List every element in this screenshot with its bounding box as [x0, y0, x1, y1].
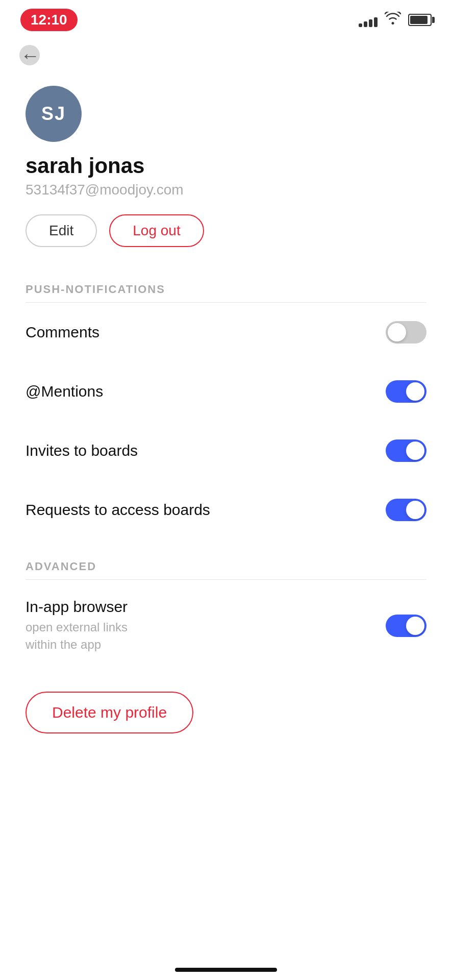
comments-toggle[interactable] [386, 321, 426, 344]
profile-section: SJ sarah jonas 53134f37@moodjoy.com Edit… [0, 76, 452, 262]
avatar: SJ [26, 86, 82, 142]
user-name: sarah jonas [26, 154, 426, 178]
back-arrow-icon: ← [20, 46, 40, 65]
invites-toggle-knob [406, 442, 424, 460]
requests-label: Requests to access boards [26, 501, 210, 519]
requests-toggle[interactable] [386, 499, 426, 521]
comments-label: Comments [26, 324, 99, 341]
in-app-browser-sublabel: open external linkswithin the app [26, 619, 128, 653]
advanced-label: ADVANCED [26, 560, 96, 573]
back-button[interactable]: ← [0, 36, 452, 76]
push-notifications-section-header: PUSH-NOTIFICATIONS [0, 262, 452, 302]
wifi-icon [385, 12, 401, 29]
in-app-browser-toggle[interactable] [386, 615, 426, 637]
logout-button[interactable]: Log out [109, 214, 204, 247]
mentions-toggle-row: @Mentions [0, 362, 452, 421]
mentions-toggle-knob [406, 382, 424, 401]
comments-toggle-knob [388, 323, 406, 341]
advanced-section-header: ADVANCED [0, 540, 452, 579]
invites-label: Invites to boards [26, 442, 138, 459]
status-icons [359, 12, 432, 29]
requests-toggle-row: Requests to access boards [0, 480, 452, 540]
home-indicator [175, 968, 277, 972]
in-app-browser-label: In-app browser [26, 598, 128, 616]
invites-toggle[interactable] [386, 439, 426, 462]
status-bar: 12:10 [0, 0, 452, 36]
push-notifications-label: PUSH-NOTIFICATIONS [26, 283, 165, 296]
mentions-toggle[interactable] [386, 380, 426, 403]
in-app-browser-toggle-row: In-app browser open external linkswithin… [0, 580, 452, 671]
edit-button[interactable]: Edit [26, 214, 97, 247]
avatar-initials: SJ [41, 103, 66, 125]
in-app-browser-toggle-knob [406, 617, 424, 635]
time-display: 12:10 [20, 9, 78, 31]
mentions-label: @Mentions [26, 383, 103, 400]
profile-actions: Edit Log out [26, 214, 426, 247]
invites-toggle-row: Invites to boards [0, 421, 452, 480]
delete-profile-button[interactable]: Delete my profile [26, 692, 193, 733]
signal-icon [359, 13, 378, 27]
delete-section: Delete my profile [0, 671, 452, 754]
user-email: 53134f37@moodjoy.com [26, 182, 426, 198]
in-app-browser-text: In-app browser open external linkswithin… [26, 598, 128, 653]
requests-toggle-knob [406, 501, 424, 519]
battery-icon [408, 14, 432, 26]
comments-toggle-row: Comments [0, 303, 452, 362]
